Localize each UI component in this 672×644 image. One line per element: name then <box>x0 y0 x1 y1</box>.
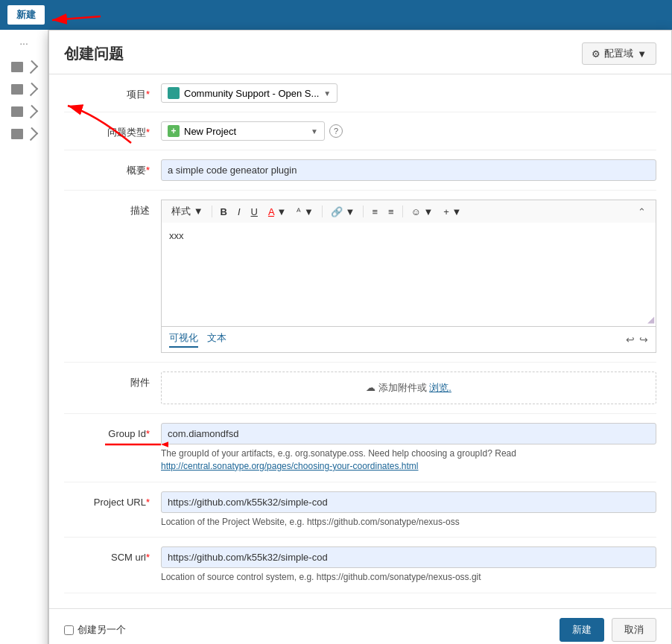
expand-button[interactable]: ⌃ <box>634 205 650 219</box>
description-control: 样式 ▼ B I U A ▼ ᴬ ▼ <box>161 200 656 353</box>
issue-type-row: 问题类型* + New Project ▼ ? <box>64 112 656 150</box>
tab-text[interactable]: 文本 <box>207 331 226 348</box>
sidebar-dots: ··· <box>19 37 28 49</box>
editor-tabs: 可视化 文本 <box>169 331 226 348</box>
link-button[interactable]: 🔗 ▼ <box>327 205 359 219</box>
browse-link[interactable]: 浏览. <box>429 382 451 393</box>
group-id-control: The groupId of your artifacts, e.g. org.… <box>161 423 656 473</box>
description-editor[interactable]: xxx ◢ <box>161 223 656 327</box>
summary-row: 概要* <box>64 150 656 191</box>
color-button[interactable]: A ▼ <box>264 205 290 219</box>
style-button[interactable]: 样式 ▼ <box>168 203 207 220</box>
scm-url-help: Location of source control system, e.g. … <box>161 571 656 584</box>
summary-control <box>161 159 656 181</box>
create-button[interactable]: 新建 <box>560 618 604 642</box>
more-format-button[interactable]: ᴬ ▼ <box>293 205 317 219</box>
filter-icon-3 <box>25 105 38 118</box>
project-dropdown-arrow: ▼ <box>323 89 331 98</box>
create-another-checkbox[interactable] <box>64 625 74 635</box>
scm-url-control: Location of source control system, e.g. … <box>161 546 656 584</box>
list-ol-button[interactable]: ≡ <box>384 205 398 219</box>
toolbar-sep-4 <box>402 205 403 217</box>
italic-button[interactable]: I <box>234 205 244 219</box>
issue-type-dropdown-arrow: ▼ <box>311 127 318 136</box>
project-url-control: Location of the Project Website, e.g. ht… <box>161 491 656 529</box>
attachment-dropzone[interactable]: ☁ 添加附件或 浏览. <box>161 372 656 404</box>
emoji-button[interactable]: ☺ ▼ <box>408 205 437 219</box>
arrow-top-icon <box>45 1 104 31</box>
link-icon: 🔗 <box>331 206 343 217</box>
description-row: 描述 样式 ▼ B I U A ▼ <box>64 191 656 363</box>
project-label: 项目* <box>64 83 161 101</box>
create-another-checkbox-label[interactable]: 创建另一个 <box>64 623 126 637</box>
summary-label: 概要* <box>64 159 161 177</box>
project-url-label: Project URL* <box>64 491 161 509</box>
group-id-help-link[interactable]: http://central.sonatype.org/pages/choosi… <box>161 461 419 471</box>
bottom-spacer <box>64 593 656 608</box>
style-dropdown-icon: ▼ <box>194 205 203 217</box>
modal-footer: 创建另一个 新建 取消 <box>49 608 671 644</box>
attachment-control: ☁ 添加附件或 浏览. <box>161 372 656 404</box>
attachment-row: 附件 ☁ 添加附件或 浏览. <box>64 363 656 414</box>
toolbar-sep-1 <box>212 205 212 217</box>
bar-chart-icon <box>11 62 23 72</box>
project-select-row: Community Support - Open S... ▼ <box>161 83 656 103</box>
undo-redo-controls: ↩ ↪ <box>626 334 648 345</box>
chevron-down-icon: ▼ <box>637 48 647 60</box>
issue-type-label: 问题类型* <box>64 121 161 139</box>
resize-handle-icon: ◢ <box>647 314 654 325</box>
sidebar-row-1[interactable] <box>0 59 48 75</box>
group-id-label: Group Id* <box>64 423 161 441</box>
filter-icon-2 <box>25 83 38 96</box>
scm-url-label: SCM url* <box>64 546 161 564</box>
attachment-label: 附件 <box>64 372 161 389</box>
toolbar-sep-2 <box>322 205 323 217</box>
new-button[interactable]: 新建 <box>7 5 45 25</box>
project-select[interactable]: Community Support - Open S... ▼ <box>161 83 337 103</box>
color-icon: A <box>268 206 274 217</box>
sidebar-row-3[interactable] <box>0 103 48 120</box>
undo-button[interactable]: ↩ <box>626 334 635 345</box>
bar-chart-icon-3 <box>11 106 23 117</box>
create-issue-modal: 创建问题 ⚙ 配置域 ▼ 项目* Community Support - Ope… <box>48 30 672 644</box>
editor-footer: 可视化 文本 ↩ ↪ <box>161 327 656 353</box>
gear-icon: ⚙ <box>592 48 600 60</box>
bold-button[interactable]: B <box>217 205 231 219</box>
modal-form-scroll: 项目* Community Support - Open S... ▼ 问题类型… <box>49 74 671 608</box>
project-url-help: Location of the Project Website, e.g. ht… <box>161 516 656 529</box>
config-domain-button[interactable]: ⚙ 配置域 ▼ <box>582 42 656 65</box>
svg-line-1 <box>52 16 101 20</box>
project-url-input[interactable] <box>161 491 656 513</box>
top-bar: 新建 <box>0 0 672 30</box>
issue-type-select-row: + New Project ▼ ? <box>161 121 656 141</box>
new-project-icon: + <box>168 125 180 137</box>
toolbar-sep-3 <box>363 205 364 217</box>
filter-icon-1 <box>25 60 38 74</box>
sidebar-row-4[interactable] <box>0 126 48 142</box>
project-row: 项目* Community Support - Open S... ▼ <box>64 74 656 112</box>
issue-type-control: + New Project ▼ ? <box>161 121 656 141</box>
tab-visual[interactable]: 可视化 <box>169 331 198 348</box>
modal-title: 创建问题 <box>64 44 124 64</box>
group-id-row: Group Id* The groupId o <box>64 414 656 482</box>
cancel-button[interactable]: 取消 <box>612 618 656 642</box>
project-icon <box>168 87 180 99</box>
bar-chart-icon-4 <box>11 129 23 139</box>
issue-type-select[interactable]: + New Project ▼ <box>161 121 325 141</box>
summary-input[interactable] <box>161 159 656 181</box>
issue-type-help-icon[interactable]: ? <box>329 124 343 138</box>
more-button[interactable]: + ▼ <box>440 205 465 219</box>
underline-button[interactable]: U <box>247 205 261 219</box>
sidebar-row-2[interactable] <box>0 81 48 98</box>
project-url-row: Project URL* Location of the Project Web… <box>64 482 656 538</box>
project-control: Community Support - Open S... ▼ <box>161 83 656 103</box>
list-ul-button[interactable]: ≡ <box>368 205 381 219</box>
group-id-help: The groupId of your artifacts, e.g. org.… <box>161 447 656 473</box>
scm-url-input[interactable] <box>161 546 656 568</box>
upload-icon: ☁ <box>366 382 375 393</box>
description-label: 描述 <box>64 200 161 217</box>
redo-button[interactable]: ↪ <box>639 334 648 345</box>
emoji-icon: ☺ <box>411 206 421 217</box>
scm-url-row: SCM url* Location of source control syst… <box>64 538 656 593</box>
group-id-input[interactable] <box>161 423 656 444</box>
